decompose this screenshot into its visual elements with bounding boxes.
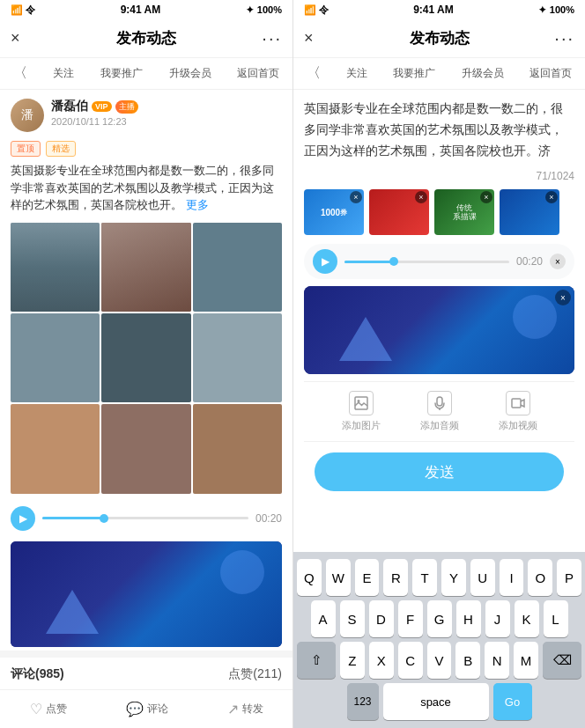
media-add-row: 添加图片 添加音频 添 <box>304 381 574 442</box>
key-u[interactable]: U <box>470 559 495 596</box>
grid-photo-7[interactable] <box>11 404 100 493</box>
sub-nav-upgrade[interactable]: 升级会员 <box>169 66 211 81</box>
key-w[interactable]: W <box>326 559 351 596</box>
sub-nav-follow-right[interactable]: 关注 <box>346 66 367 81</box>
grid-photo-5[interactable] <box>101 313 190 402</box>
delete-key[interactable]: ⌫ <box>543 642 581 679</box>
add-audio-btn[interactable]: 添加音频 <box>420 391 459 432</box>
send-button[interactable]: 发送 <box>315 452 564 491</box>
key-y[interactable]: Y <box>441 559 466 596</box>
key-x[interactable]: X <box>369 642 394 679</box>
grid-photo-9[interactable] <box>193 404 282 493</box>
audio-bar-left[interactable] <box>42 517 248 519</box>
key-b[interactable]: B <box>455 642 480 679</box>
key-t[interactable]: T <box>412 559 437 596</box>
more-menu-right[interactable]: ··· <box>554 28 574 48</box>
add-image-btn[interactable]: 添加图片 <box>342 391 381 432</box>
sub-nav-follow[interactable]: 关注 <box>53 66 74 81</box>
key-i[interactable]: I <box>500 559 524 596</box>
keyboard-row-1: Q W E R T Y U I O P <box>297 559 581 596</box>
grid-photo-4[interactable] <box>11 313 100 402</box>
like-label: 点赞 <box>46 702 67 717</box>
keyboard-row-2: A S D F G H J K L <box>297 600 581 637</box>
media-thumb-2[interactable]: × <box>369 189 429 235</box>
sub-nav-back-left[interactable]: 〈 <box>13 64 27 83</box>
sub-nav-home[interactable]: 返回首页 <box>237 66 279 81</box>
add-image-icon <box>349 391 374 415</box>
close-button-left[interactable]: × <box>11 29 20 48</box>
nav-left-right[interactable]: × <box>304 29 314 48</box>
bottom-actions: ♡ 点赞 💬 评论 ↗ 转发 <box>0 689 292 728</box>
grid-photo-3[interactable] <box>193 223 282 312</box>
sub-nav-upgrade-right[interactable]: 升级会员 <box>462 66 504 81</box>
nav-left[interactable]: × <box>11 29 20 48</box>
video-triangle <box>46 590 99 634</box>
audio-player-right: ▶ 00:20 × <box>304 244 574 279</box>
audio-remove-btn[interactable]: × <box>550 254 566 269</box>
tag-quality: 精选 <box>46 141 76 157</box>
key-v[interactable]: V <box>427 642 452 679</box>
sub-nav-left: 〈 关注 我要推广 升级会员 返回首页 <box>0 58 292 90</box>
key-c[interactable]: C <box>398 642 423 679</box>
more-menu-left[interactable]: ··· <box>262 28 282 48</box>
media-thumb-4[interactable]: × <box>500 189 559 235</box>
sub-nav-promote-right[interactable]: 我要推广 <box>393 66 435 81</box>
remove-thumb-4[interactable]: × <box>545 191 558 203</box>
add-video-btn[interactable]: 添加视频 <box>499 391 537 432</box>
key-o[interactable]: O <box>528 559 552 596</box>
media-thumb-1[interactable]: 1000券 × <box>304 189 364 235</box>
key-a[interactable]: A <box>311 600 336 637</box>
right-phone: 📶 令 9:41 AM ✦ 100% × 发布动态 ··· 〈 关注 我要推广 … <box>292 0 585 728</box>
key-r[interactable]: R <box>383 559 408 596</box>
audio-dot-left <box>100 514 108 523</box>
key-h[interactable]: H <box>456 600 481 637</box>
sub-nav-back-right[interactable]: 〈 <box>307 64 321 83</box>
share-action[interactable]: ↗ 转发 <box>227 701 263 717</box>
key-j[interactable]: J <box>485 600 510 637</box>
key-n[interactable]: N <box>485 642 509 679</box>
key-q[interactable]: Q <box>297 559 322 596</box>
grid-photo-2[interactable] <box>101 223 190 312</box>
remove-thumb-2[interactable]: × <box>415 191 427 203</box>
key-p[interactable]: P <box>557 559 581 596</box>
more-link[interactable]: 更多 <box>186 198 209 211</box>
grid-photo-1[interactable] <box>11 223 100 312</box>
play-button-right[interactable]: ▶ <box>313 249 337 274</box>
nav-right-right[interactable]: ··· <box>554 28 574 48</box>
key-k[interactable]: K <box>515 600 539 637</box>
nav-right-left[interactable]: ··· <box>262 28 282 48</box>
key-s[interactable]: S <box>340 600 365 637</box>
play-button-left[interactable]: ▶ <box>11 506 35 531</box>
nav-title-left: 发布动态 <box>116 28 176 48</box>
publish-text[interactable]: 英国摄影专业在全球范围内都是数一数二的，很多同学非常喜欢英国的艺术氛围以及教学模… <box>304 99 574 161</box>
key-z[interactable]: Z <box>340 642 365 679</box>
video-thumb-right[interactable]: ▶ × <box>304 286 574 374</box>
sub-nav-promote[interactable]: 我要推广 <box>100 66 143 81</box>
key-e[interactable]: E <box>355 559 380 596</box>
comment-action[interactable]: 💬 评论 <box>126 701 168 717</box>
battery-icons-left: ✦ 100% <box>246 4 282 16</box>
image-grid <box>11 223 282 494</box>
grid-photo-6[interactable] <box>193 313 282 402</box>
remove-thumb-3[interactable]: × <box>480 191 492 203</box>
key-m[interactable]: M <box>514 642 538 679</box>
key-d[interactable]: D <box>369 600 394 637</box>
key-g[interactable]: G <box>427 600 452 637</box>
key-l[interactable]: L <box>544 600 568 637</box>
go-key[interactable]: Go <box>493 683 532 720</box>
grid-photo-8[interactable] <box>101 404 190 493</box>
close-button-right[interactable]: × <box>304 29 314 48</box>
num-key[interactable]: 123 <box>347 683 379 720</box>
space-key[interactable]: space <box>383 683 489 720</box>
sub-nav-home-right[interactable]: 返回首页 <box>529 66 572 81</box>
add-audio-label: 添加音频 <box>420 419 459 432</box>
key-f[interactable]: F <box>398 600 423 637</box>
audio-bar-right[interactable] <box>344 261 509 263</box>
right-content-area[interactable]: 英国摄影专业在全球范围内都是数一数二的，很多同学非常喜欢英国的艺术氛围以及教学模… <box>293 90 585 552</box>
keyboard[interactable]: Q W E R T Y U I O P A S D F G H J K L ⇧ … <box>293 552 585 728</box>
media-thumb-3[interactable]: 传统系描课 × <box>434 189 494 235</box>
shift-key[interactable]: ⇧ <box>297 642 336 679</box>
video-thumb-left[interactable]: ▶ <box>11 541 282 647</box>
like-action[interactable]: ♡ 点赞 <box>30 701 67 717</box>
status-bar-left: 📶 令 9:41 AM ✦ 100% <box>0 0 292 19</box>
